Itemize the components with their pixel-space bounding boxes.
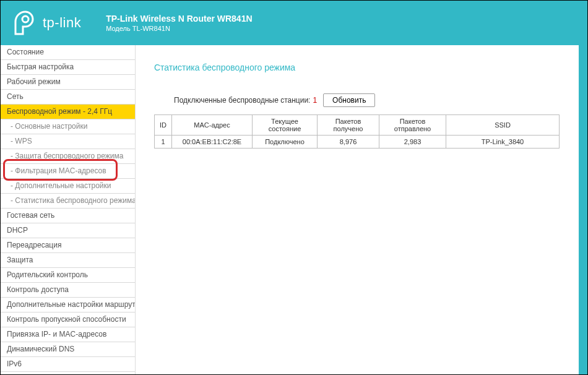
th-mac: MAC-адрес [172, 115, 253, 136]
model-name: Модель TL-WR841N [106, 25, 252, 32]
sidebar-item-20[interactable]: Динамический DNS [1, 342, 135, 357]
brand-logo: tp-link [13, 11, 81, 35]
tplink-logo-icon [13, 11, 38, 35]
sidebar-item-14[interactable]: Защита [1, 253, 135, 268]
sidebar-item-6[interactable]: WPS [1, 134, 135, 149]
sidebar-item-18[interactable]: Контроль пропускной способности [1, 312, 135, 327]
header-title: TP-Link Wireless N Router WR841N Модель … [106, 14, 252, 32]
right-strip [579, 45, 587, 374]
cell-tx: 2,983 [379, 136, 446, 149]
sidebar-item-9[interactable]: Дополнительные настройки [1, 179, 135, 194]
th-ssid: SSID [446, 115, 560, 136]
sidebar-item-13[interactable]: Переадресация [1, 238, 135, 253]
sidebar-item-5[interactable]: Основные настройки [1, 119, 135, 134]
sidebar-item-21[interactable]: IPv6 [1, 357, 135, 372]
stations-toolbar: Подключенные беспроводные станции: 1 Обн… [174, 93, 579, 107]
th-rx: Пакетов получено [318, 115, 379, 136]
cell-rx: 8,976 [318, 136, 379, 149]
sidebar-item-11[interactable]: Гостевая сеть [1, 209, 135, 223]
sidebar-item-12[interactable]: DHCP [1, 223, 135, 238]
sidebar-item-17[interactable]: Дополнительные настройки маршрутизации [1, 298, 135, 312]
table-header-row: ID MAC-адрес Текущее состояние Пакетов п… [155, 115, 560, 136]
svg-point-0 [22, 16, 28, 22]
sidebar-item-16[interactable]: Контроль доступа [1, 283, 135, 298]
sidebar-item-8[interactable]: Фильтрация MAC-адресов [1, 164, 135, 179]
cell-id: 1 [155, 136, 172, 149]
connected-count: 1 [313, 96, 317, 105]
sidebar-item-19[interactable]: Привязка IP- и MAC-адресов [1, 327, 135, 342]
sidebar: СостояниеБыстрая настройкаРабочий режимС… [1, 45, 136, 374]
th-state: Текущее состояние [253, 115, 318, 136]
table-row: 100:0A:EB:11:C2:8EПодключено8,9762,983TP… [155, 136, 560, 149]
product-name: TP-Link Wireless N Router WR841N [106, 14, 252, 24]
sidebar-item-7[interactable]: Защита беспроводного режима [1, 149, 135, 164]
th-tx: Пакетов отправлено [379, 115, 446, 136]
sidebar-item-3[interactable]: Сеть [1, 90, 135, 105]
sidebar-item-22[interactable]: Системные инструменты [1, 372, 135, 374]
th-id: ID [155, 115, 172, 136]
page-title: Статистика беспроводного режима [154, 62, 579, 72]
refresh-button[interactable]: Обновить [323, 93, 375, 107]
sidebar-item-4[interactable]: Беспроводной режим - 2,4 ГГц [1, 105, 135, 119]
sidebar-item-0[interactable]: Состояние [1, 45, 135, 60]
cell-mac: 00:0A:EB:11:C2:8E [172, 136, 253, 149]
sidebar-item-15[interactable]: Родительский контроль [1, 268, 135, 283]
sidebar-item-2[interactable]: Рабочий режим [1, 75, 135, 90]
stations-table: ID MAC-адрес Текущее состояние Пакетов п… [154, 114, 560, 149]
cell-state: Подключено [253, 136, 318, 149]
sidebar-item-1[interactable]: Быстрая настройка [1, 60, 135, 75]
sidebar-item-10[interactable]: Статистика беспроводного режима [1, 194, 135, 209]
cell-ssid: TP-Link_3840 [446, 136, 560, 149]
connected-label: Подключенные беспроводные станции: [174, 96, 310, 105]
main-content: Статистика беспроводного режима Подключе… [136, 45, 579, 374]
brand-name: tp-link [43, 15, 81, 31]
header: tp-link TP-Link Wireless N Router WR841N… [1, 1, 587, 45]
